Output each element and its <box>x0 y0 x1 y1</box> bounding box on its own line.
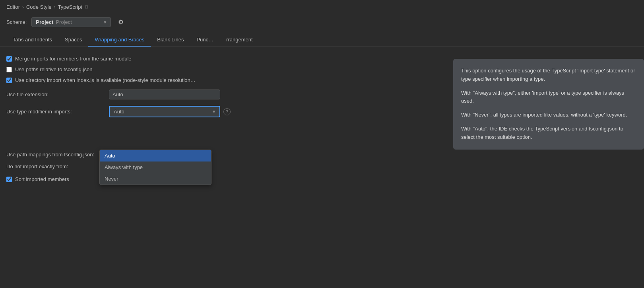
label-sort-imports: Sort imported members <box>15 176 69 182</box>
tab-tabs-indents[interactable]: Tabs and Indents <box>6 33 58 47</box>
breadcrumb: Editor › Code Style › TypeScript ⊟ <box>0 0 644 14</box>
dropdown-popup-type-modifier: Auto Always with type Never <box>99 150 211 185</box>
checkbox-merge-imports[interactable] <box>6 56 12 62</box>
tooltip-para-4: With "Auto", the IDE checks the TypeScri… <box>461 125 636 142</box>
label-paths-relative: Use paths relative to tsconfig.json <box>15 66 92 72</box>
breadcrumb-sep-1: › <box>22 4 24 10</box>
label-file-extension: Use file extension: <box>6 91 106 97</box>
dropdown-type-modifier-value: Auto <box>114 109 124 115</box>
scheme-dropdown[interactable]: Project Project ▾ <box>31 17 111 27</box>
breadcrumb-sep-2: › <box>54 4 56 10</box>
scheme-bold-value: Project <box>36 19 53 25</box>
scheme-row: Scheme: Project Project ▾ ⚙ <box>0 14 644 33</box>
gear-button[interactable]: ⚙ <box>116 18 126 27</box>
main-content: Merge imports for members from the same … <box>0 47 644 191</box>
tab-blank-lines[interactable]: Blank Lines <box>151 33 190 47</box>
tab-arrangement[interactable]: rrangement <box>220 33 259 47</box>
checkbox-directory-import[interactable] <box>6 78 12 83</box>
breadcrumb-codestyle[interactable]: Code Style <box>26 4 52 10</box>
chevron-down-icon: ▾ <box>104 19 107 25</box>
tooltip-para-1: This option configures the usage of the … <box>461 67 636 84</box>
dropdown-type-modifier[interactable]: Auto ▾ <box>109 106 220 117</box>
checkbox-sort-imports[interactable] <box>6 177 12 182</box>
collapse-icon[interactable]: ⊟ <box>85 4 88 10</box>
tab-spaces[interactable]: Spaces <box>58 33 88 47</box>
dropdown-option-auto[interactable]: Auto <box>100 150 211 162</box>
label-do-not-import: Do not import exactly from: <box>6 163 106 169</box>
tooltip-panel: This option configures the usage of the … <box>453 59 644 150</box>
tooltip-para-3: With "Never", all types are imported lik… <box>461 111 636 119</box>
scheme-gray-value: Project <box>56 19 72 25</box>
label-type-modifier: Use type modifier in imports: <box>6 109 106 115</box>
dropdown-option-never[interactable]: Never <box>100 173 211 185</box>
chevron-down-icon-dropdown: ▾ <box>213 109 215 115</box>
label-path-mappings: Use path mappings from tsconfig.json: <box>6 152 106 158</box>
checkbox-paths-relative[interactable] <box>6 67 12 72</box>
tab-wrapping-braces[interactable]: Wrapping and Braces <box>88 33 151 47</box>
breadcrumb-editor[interactable]: Editor <box>6 4 20 10</box>
tab-punctuation[interactable]: Punc… <box>190 33 220 47</box>
help-icon-type-modifier[interactable]: ? <box>223 108 231 115</box>
label-merge-imports: Merge imports for members from the same … <box>15 56 132 62</box>
breadcrumb-typescript: TypeScript <box>58 4 82 10</box>
input-file-extension[interactable] <box>109 90 220 99</box>
scheme-label: Scheme: <box>6 19 27 25</box>
dropdown-option-always-with-type[interactable]: Always with type <box>100 162 211 173</box>
tooltip-para-2: With "Always with type", either 'import … <box>461 89 636 106</box>
label-directory-import: Use directory import when index.js is av… <box>15 77 196 83</box>
tabs-row: Tabs and Indents Spaces Wrapping and Bra… <box>0 33 644 47</box>
